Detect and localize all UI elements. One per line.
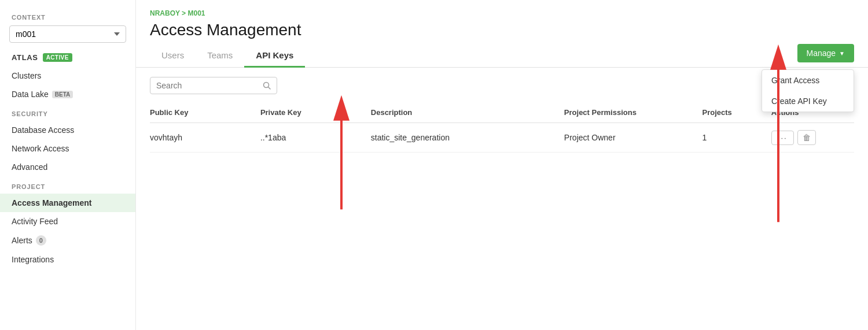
advanced-label: Advanced — [12, 162, 47, 172]
col-header-project-permissions: Project Permissions — [564, 103, 703, 123]
table-header-row: Public Key Private Key Description Proje… — [150, 103, 854, 123]
access-management-label: Access Management — [12, 198, 92, 207]
sidebar-item-network-access[interactable]: Network Access — [0, 139, 135, 158]
security-section-label: SECURITY — [0, 103, 135, 121]
search-icon — [263, 81, 271, 90]
page-title: Access Management — [150, 21, 854, 39]
tab-row: Users Teams API Keys Manage ▼ Grant Acce… — [136, 44, 868, 68]
data-lake-label: Data Lake — [12, 90, 49, 99]
grant-access-item[interactable]: Grant Access — [762, 70, 854, 91]
sidebar-item-integrations[interactable]: Integrations — [0, 250, 135, 269]
sidebar-item-activity-feed[interactable]: Activity Feed — [0, 212, 135, 231]
table-row: vovhtayh ..*1aba static_site_generation … — [150, 123, 854, 153]
search-bar[interactable] — [150, 77, 277, 94]
context-select[interactable]: m001 — [9, 25, 126, 43]
sidebar-item-database-access[interactable]: Database Access — [0, 121, 135, 139]
sidebar-item-data-lake[interactable]: Data Lake BETA — [0, 85, 135, 103]
table-area: Public Key Private Key Description Proje… — [136, 68, 868, 330]
atlas-row: ATLAS ACTIVE — [0, 50, 135, 66]
col-header-private-key: Private Key — [260, 103, 371, 123]
alerts-count-badge: 0 — [36, 235, 46, 246]
beta-badge: BETA — [52, 91, 73, 98]
alerts-label: Alerts — [12, 236, 32, 245]
network-access-label: Network Access — [12, 144, 69, 153]
context-select-wrapper[interactable]: m001 — [0, 23, 135, 50]
create-api-key-item[interactable]: Create API Key — [762, 91, 854, 112]
atlas-label: ATLAS — [12, 53, 38, 62]
col-header-projects: Projects — [702, 103, 771, 123]
col-header-description: Description — [371, 103, 564, 123]
delete-button[interactable]: 🗑 — [797, 130, 816, 145]
more-options-button[interactable]: ··· — [771, 131, 794, 145]
svg-line-1 — [269, 87, 271, 90]
cell-projects: 1 — [702, 123, 771, 153]
tab-users[interactable]: Users — [150, 45, 196, 68]
sidebar-item-advanced[interactable]: Advanced — [0, 158, 135, 176]
manage-dropdown: Grant Access Create API Key — [762, 69, 854, 112]
sidebar-item-alerts[interactable]: Alerts 0 — [0, 231, 135, 250]
sidebar: CONTEXT m001 ATLAS ACTIVE Clusters Data … — [0, 0, 136, 330]
main-content: NRABOY > M001 Access Management Users Te… — [136, 0, 868, 330]
tabs: Users Teams API Keys — [150, 45, 305, 67]
api-keys-table: Public Key Private Key Description Proje… — [150, 103, 854, 153]
actions-cell: ··· 🗑 — [771, 130, 847, 145]
sidebar-item-access-management[interactable]: Access Management — [0, 194, 135, 212]
cell-project-permissions: Project Owner — [564, 123, 703, 153]
active-badge: ACTIVE — [43, 53, 72, 62]
cell-actions: ··· 🗑 — [771, 123, 854, 153]
manage-button-label: Manage — [807, 49, 836, 58]
activity-feed-label: Activity Feed — [12, 217, 58, 226]
search-input[interactable] — [156, 81, 259, 90]
clusters-label: Clusters — [12, 71, 41, 80]
breadcrumb: NRABOY > M001 — [150, 9, 854, 17]
project-section-label: PROJECT — [0, 176, 135, 194]
sidebar-item-clusters[interactable]: Clusters — [0, 66, 135, 85]
cell-public-key: vovhtayh — [150, 123, 260, 153]
main: NRABOY > M001 Access Management Users Te… — [136, 0, 868, 330]
main-header: NRABOY > M001 Access Management — [136, 0, 868, 39]
context-label: CONTEXT — [0, 9, 135, 23]
cell-private-key: ..*1aba — [260, 123, 371, 153]
col-header-public-key: Public Key — [150, 103, 260, 123]
chevron-down-icon: ▼ — [839, 50, 845, 57]
cell-description: static_site_generation — [371, 123, 564, 153]
manage-button[interactable]: Manage ▼ — [797, 44, 855, 62]
integrations-label: Integrations — [12, 255, 54, 264]
tab-api-keys[interactable]: API Keys — [244, 45, 305, 68]
tab-teams[interactable]: Teams — [196, 45, 244, 68]
database-access-label: Database Access — [12, 125, 74, 135]
